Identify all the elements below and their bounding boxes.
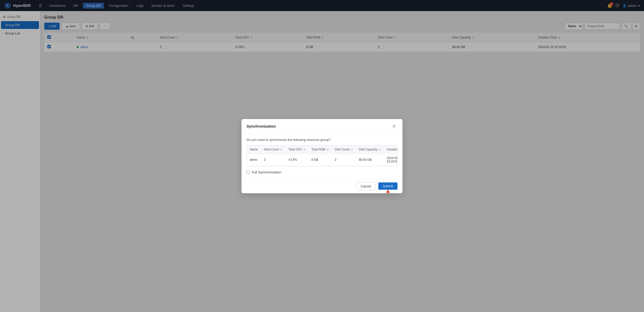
modal-title: Synchronization bbox=[247, 124, 276, 128]
modal-host-sort-icon: ⇅ bbox=[280, 148, 282, 151]
cancel-button[interactable]: Cancel bbox=[356, 182, 376, 190]
modal-row-total-cpu: 4 CPU bbox=[285, 153, 308, 166]
full-sync-checkbox[interactable] bbox=[247, 171, 250, 174]
modal-row-disk-count: 2 bbox=[332, 153, 356, 166]
modal-row-total-ram: 8 GB bbox=[308, 153, 332, 166]
modal-cpu-sort-icon: ⇅ bbox=[303, 148, 305, 151]
modal-overlay: Synchronization ✕ Do you want to synchro… bbox=[0, 0, 644, 312]
modal-col-total-cpu: Total CPU ⇅ bbox=[285, 145, 308, 154]
synchronization-modal: Synchronization ✕ Do you want to synchro… bbox=[242, 119, 403, 193]
modal-disk-cap-sort-icon: ⇅ bbox=[379, 148, 381, 151]
full-sync-row: Full Synchronization bbox=[247, 170, 397, 174]
modal-col-host-count: Host Count ⇅ bbox=[261, 145, 285, 154]
modal-table-row: demo 2 4 CPU 8 GB 2 80.00 GB 2024-01-12 … bbox=[247, 153, 397, 166]
modal-col-creation-time: Creation Time ⇅ bbox=[384, 145, 397, 154]
modal-row-creation-time: 2024-01-12 15:19:52 bbox=[384, 153, 397, 166]
modal-disk-count-sort-icon: ⇅ bbox=[351, 148, 353, 151]
modal-footer: Cancel Submit bbox=[242, 179, 403, 193]
modal-ram-sort-icon: ⇅ bbox=[327, 148, 329, 151]
modal-col-total-ram: Total RAM ⇅ bbox=[308, 145, 332, 154]
modal-close-button[interactable]: ✕ bbox=[391, 123, 397, 130]
arrow-icon bbox=[383, 190, 393, 193]
full-sync-label: Full Synchronization bbox=[252, 170, 281, 174]
modal-header: Synchronization ✕ bbox=[242, 119, 403, 134]
modal-row-disk-capacity: 80.00 GB bbox=[356, 153, 384, 166]
modal-col-disk-capacity: Disk Capacity ⇅ bbox=[356, 145, 384, 154]
submit-button-container: Submit bbox=[378, 182, 397, 190]
modal-row-host-count: 2 bbox=[261, 153, 285, 166]
modal-col-name: Name bbox=[247, 145, 261, 154]
modal-body: Do you want to synchronize the following… bbox=[242, 134, 403, 179]
submit-button[interactable]: Submit bbox=[378, 182, 397, 190]
modal-table-wrapper: Name Host Count ⇅ Total CPU ⇅ Total RAM bbox=[247, 145, 397, 166]
modal-table-header: Name Host Count ⇅ Total CPU ⇅ Total RAM bbox=[247, 145, 397, 154]
modal-description: Do you want to synchronize the following… bbox=[247, 138, 397, 142]
arrow-annotation bbox=[383, 190, 393, 193]
modal-sync-table: Name Host Count ⇅ Total CPU ⇅ Total RAM bbox=[247, 145, 397, 166]
modal-row-name: demo bbox=[247, 153, 261, 166]
modal-col-disk-count: Disk Count ⇅ bbox=[332, 145, 356, 154]
